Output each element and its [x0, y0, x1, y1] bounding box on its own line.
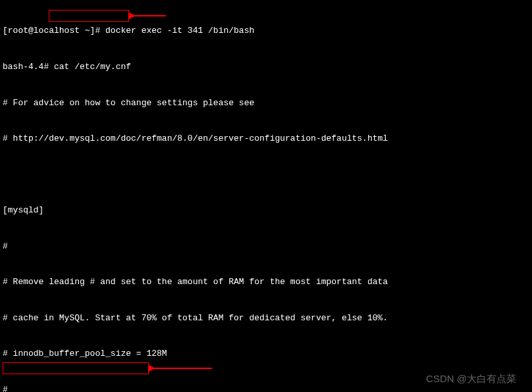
terminal-line [3, 169, 529, 181]
terminal-line: [mysqld] [3, 205, 529, 216]
terminal-line: [root@localhost ~]# docker exec -it 341 … [3, 25, 529, 37]
terminal-line: # [3, 384, 529, 392]
terminal-output[interactable]: [root@localhost ~]# docker exec -it 341 … [3, 1, 529, 392]
terminal-line: # Remove leading # and set to the amount… [3, 276, 529, 288]
terminal-line: # http://dev.mysql.com/doc/refman/8.0/en… [3, 133, 529, 145]
terminal-line: # For advice on how to change settings p… [3, 97, 529, 109]
terminal-line: bash-4.4# cat /etc/my.cnf [3, 61, 529, 73]
terminal-line: # cache in MySQL. Start at 70% of total … [3, 312, 529, 324]
terminal-line: # innodb_buffer_pool_size = 128M [3, 348, 529, 360]
terminal-line: # [3, 241, 529, 253]
